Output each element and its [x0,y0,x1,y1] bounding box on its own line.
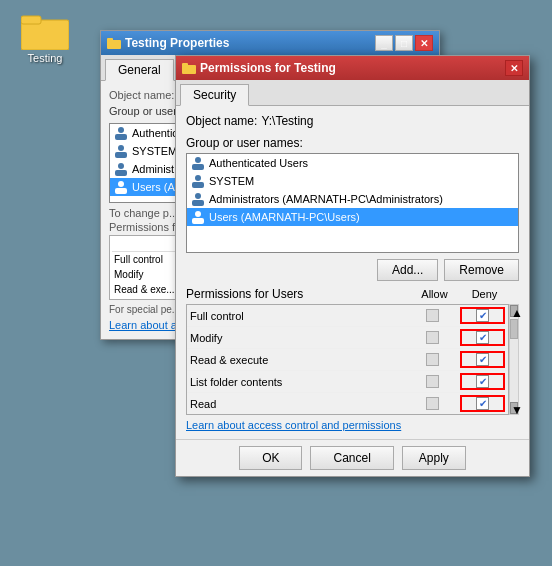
permissions-tabs: Security [176,80,529,106]
allow-header: Allow [407,288,462,300]
svg-rect-11 [115,188,127,194]
deny-fc-cell: ✔ [460,307,505,324]
desktop-folder[interactable]: Testing [10,10,80,64]
user-name-system: SYSTEM [132,145,177,157]
svg-point-20 [195,211,201,217]
svg-rect-13 [182,63,188,67]
minimize-btn[interactable]: _ [375,35,393,51]
titlebar-folder-icon [107,37,121,49]
svg-rect-9 [115,170,127,176]
cancel-button[interactable]: Cancel [310,446,393,470]
allow-mod-check[interactable] [426,331,439,344]
scrollbar[interactable]: ▲ ▼ [509,304,519,415]
permissions-table-wrapper: Full control ✔ Modify [186,304,519,415]
deny-re-cell: ✔ [460,351,505,368]
perms-titlebar-icon [182,62,196,74]
perm-fc-label: Full control [190,310,405,322]
allow-lf-check[interactable] [426,375,439,388]
allow-fc-check[interactable] [426,309,439,322]
general-tab[interactable]: General [105,59,174,81]
dialog-buttons: OK Cancel Apply [176,439,529,476]
permissions-user-list[interactable]: Authenticated Users SYSTEM Administrator… [186,153,519,253]
perms-icon-admin [190,191,206,207]
perms-user-system[interactable]: SYSTEM [187,172,518,190]
perm-row-read: Read ✔ [187,393,508,414]
svg-point-6 [118,145,124,151]
perms-system-name: SYSTEM [209,175,254,187]
permissions-titlebar: Permissions for Testing ✕ [176,56,529,80]
deny-header: Deny [462,288,507,300]
perm-re-label: Read & execute [190,354,405,366]
perms-user-users[interactable]: Users (AMARNATH-PC\Users) [187,208,518,226]
perm-row-lf: List folder contents ✔ [187,371,508,393]
remove-btn[interactable]: Remove [444,259,519,281]
permissions-close-btn[interactable]: ✕ [505,60,523,76]
perms-icon-auth [190,155,206,171]
svg-point-8 [118,163,124,169]
deny-re-check[interactable]: ✔ [476,353,489,366]
add-btn[interactable]: Add... [377,259,438,281]
scroll-thumb[interactable] [510,319,518,339]
desktop: Testing Testing Properties _ □ ✕ General… [0,0,552,566]
maximize-btn[interactable]: □ [395,35,413,51]
user-icon-auth [113,125,129,141]
svg-point-14 [195,157,201,163]
svg-point-4 [118,127,124,133]
deny-lf-cell: ✔ [460,373,505,390]
perm-read-label: Read [190,398,405,410]
svg-rect-1 [21,16,41,24]
deny-lf-check[interactable]: ✔ [476,375,489,388]
properties-title: Testing Properties [125,36,229,50]
svg-point-18 [195,193,201,199]
perms-admin-name: Administrators (AMARNATH-PC\Administrato… [209,193,443,205]
perms-object-label: Object name: [186,114,257,128]
add-remove-row: Add... Remove [186,259,519,281]
deny-mod-cell: ✔ [460,329,505,346]
deny-read-cell: ✔ [460,395,505,412]
learn-link-perms[interactable]: Learn about access control and permissio… [186,419,519,431]
folder-label: Testing [28,52,63,64]
apply-button[interactable]: Apply [402,446,466,470]
perms-icon-users [190,209,206,225]
deny-mod-check[interactable]: ✔ [476,331,489,344]
properties-titlebar: Testing Properties _ □ ✕ [101,31,439,55]
perms-user-admin[interactable]: Administrators (AMARNATH-PC\Administrato… [187,190,518,208]
scroll-down-btn[interactable]: ▼ [510,402,518,414]
perms-header-row: Permissions for Users Allow Deny [186,287,519,301]
properties-close-btn[interactable]: ✕ [415,35,433,51]
allow-read-check[interactable] [426,397,439,410]
svg-rect-5 [115,134,127,140]
svg-point-16 [195,175,201,181]
folder-icon [21,10,69,50]
permissions-body: Object name: Y:\Testing Group or user na… [176,106,529,439]
user-icon-admin [113,161,129,177]
perms-object-value: Y:\Testing [261,114,313,128]
svg-rect-17 [192,182,204,188]
deny-read-check[interactable]: ✔ [476,397,489,410]
titlebar-left: Testing Properties [107,36,229,50]
security-tab[interactable]: Security [180,84,249,106]
perms-object-name: Object name: Y:\Testing [186,114,519,128]
perms-titlebar-left: Permissions for Testing [182,61,336,75]
svg-rect-21 [192,218,204,224]
allow-re-check[interactable] [426,353,439,366]
perms-user-auth[interactable]: Authenticated Users [187,154,518,172]
deny-fc-check[interactable]: ✔ [476,309,489,322]
perm-lf-label: List folder contents [190,376,405,388]
perm-row-mod: Modify ✔ [187,327,508,349]
permissions-dialog: Permissions for Testing ✕ Security Objec… [175,55,530,477]
user-icon-system [113,143,129,159]
permissions-table: Full control ✔ Modify [186,304,509,415]
svg-rect-19 [192,200,204,206]
ok-button[interactable]: OK [239,446,302,470]
perms-auth-name: Authenticated Users [209,157,308,169]
perms-icon-system [190,173,206,189]
permissions-dialog-title: Permissions for Testing [200,61,336,75]
perm-mod-label: Modify [190,332,405,344]
svg-rect-3 [107,38,113,42]
permissions-for-label: Permissions for Users [186,287,407,301]
scroll-up-btn[interactable]: ▲ [510,305,518,317]
perm-row-re: Read & execute ✔ [187,349,508,371]
perms-group-label: Group or user names: [186,136,519,150]
perms-users-name: Users (AMARNATH-PC\Users) [209,211,360,223]
